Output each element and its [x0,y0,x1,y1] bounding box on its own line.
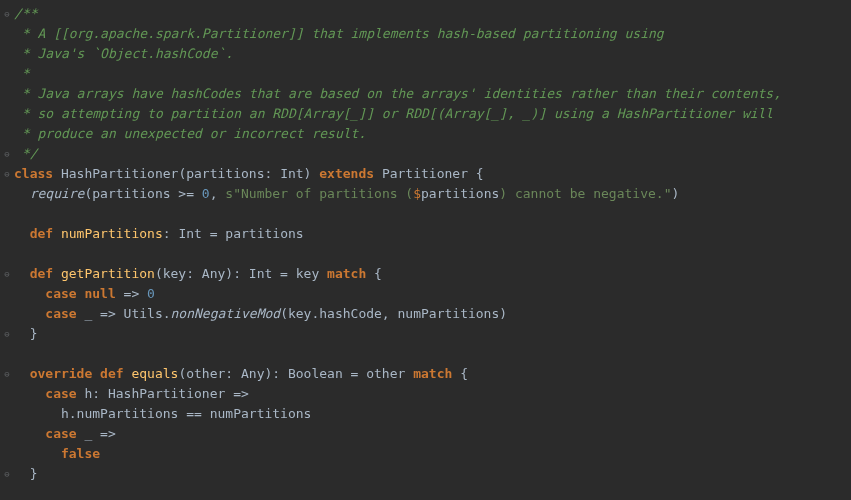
code-content[interactable]: def numPartitions: Int = partitions [14,224,851,244]
token-punct: (key: Any): [155,266,249,281]
code-editor[interactable]: ⊖/** * A [[org.apache.spark.Partitioner]… [0,4,851,500]
token-punct: { [374,266,382,281]
code-content[interactable]: * [14,64,851,84]
code-content[interactable]: */ [14,144,851,164]
token-static-call: require [30,186,85,201]
code-line[interactable] [0,204,851,224]
code-line[interactable]: false [0,444,851,464]
code-content[interactable]: case _ => [14,424,851,444]
gutter[interactable]: ⊖ [0,370,14,379]
gutter[interactable]: ⊖ [0,470,14,479]
token-punct: = partitions [202,226,304,241]
token-keyword: case [45,426,84,441]
code-line[interactable]: ⊖ override def equals(other: Any): Boole… [0,364,851,384]
code-content[interactable]: * Java's `Object.hashCode`. [14,44,851,64]
token-text [14,446,61,461]
code-content[interactable]: case _ => Utils.nonNegativeMod(key.hashC… [14,304,851,324]
code-line[interactable]: h.numPartitions == numPartitions [0,404,851,424]
token-punct: (key.hashCode, numPartitions) [280,306,507,321]
token-keyword: class [14,166,61,181]
token-method-def: getPartition [61,266,155,281]
fold-open-icon[interactable]: ⊖ [4,270,9,279]
token-keyword: match [413,366,460,381]
code-content[interactable]: * A [[org.apache.spark.Partitioner]] tha… [14,24,851,44]
code-content[interactable]: * so attempting to partition an RDD[Arra… [14,104,851,124]
token-text [14,306,45,321]
code-line[interactable]: * so attempting to partition an RDD[Arra… [0,104,851,124]
code-content[interactable]: } [14,464,851,484]
code-content[interactable]: false [14,444,851,464]
token-keyword: false [61,446,100,461]
token-punct: , [210,186,226,201]
code-line[interactable]: * produce an unexpected or incorrect res… [0,124,851,144]
gutter[interactable]: ⊖ [0,150,14,159]
token-string: ) cannot be negative." [499,186,671,201]
token-method-def: equals [131,366,178,381]
token-doc-comment: * A [[org.apache.spark.Partitioner]] tha… [14,26,664,41]
token-punct: h: HashPartitioner => [84,386,248,401]
code-line[interactable]: case h: HashPartitioner => [0,384,851,404]
code-content[interactable]: class HashPartitioner(partitions: Int) e… [14,164,851,184]
code-content[interactable]: case null => 0 [14,284,851,304]
token-keyword: override def [30,366,132,381]
fold-close-icon[interactable]: ⊖ [4,330,9,339]
token-keyword: extends [319,166,382,181]
token-doc-comment: * so attempting to partition an RDD[Arra… [14,106,773,121]
code-line[interactable]: def numPartitions: Int = partitions [0,224,851,244]
token-punct: (other: Any): Boolean = other [178,366,413,381]
token-punct: } [30,466,38,481]
code-line[interactable]: * A [[org.apache.spark.Partitioner]] tha… [0,24,851,44]
code-line[interactable]: * [0,64,851,84]
token-text [14,226,30,241]
token-type: Int [178,226,201,241]
token-classname: HashPartitioner [61,166,178,181]
code-line[interactable]: * Java arrays have hashCodes that are ba… [0,84,851,104]
code-line[interactable] [0,344,851,364]
token-text [14,386,45,401]
gutter[interactable]: ⊖ [0,270,14,279]
code-content[interactable]: /** [14,4,851,24]
code-line[interactable]: ⊖ } [0,464,851,484]
code-line[interactable]: * Java's `Object.hashCode`. [0,44,851,64]
token-text [14,466,30,481]
code-line[interactable]: case null => 0 [0,284,851,304]
token-doc-comment: */ [14,146,37,161]
code-line[interactable] [0,484,851,500]
code-content[interactable]: case h: HashPartitioner => [14,384,851,404]
code-content[interactable]: * Java arrays have hashCodes that are ba… [14,84,851,104]
code-content[interactable]: h.numPartitions == numPartitions [14,404,851,424]
code-line[interactable]: ⊖ def getPartition(key: Any): Int = key … [0,264,851,284]
token-punct: _ => [84,426,115,441]
token-text [14,366,30,381]
code-line[interactable]: require(partitions >= 0, s"Number of par… [0,184,851,204]
code-content[interactable]: } [14,324,851,344]
code-line[interactable]: ⊖ } [0,324,851,344]
gutter[interactable]: ⊖ [0,330,14,339]
token-number: 0 [202,186,210,201]
code-content[interactable]: override def equals(other: Any): Boolean… [14,364,851,384]
fold-open-icon[interactable]: ⊖ [4,170,9,179]
code-line[interactable]: ⊖ */ [0,144,851,164]
token-punct: { [460,366,468,381]
token-keyword: def [30,226,61,241]
token-text [14,326,30,341]
code-line[interactable]: ⊖class HashPartitioner(partitions: Int) … [0,164,851,184]
fold-open-icon[interactable]: ⊖ [4,370,9,379]
gutter[interactable]: ⊖ [0,170,14,179]
code-line[interactable]: case _ => Utils.nonNegativeMod(key.hashC… [0,304,851,324]
fold-close-icon[interactable]: ⊖ [4,150,9,159]
token-punct: (partitions: [178,166,280,181]
fold-close-icon[interactable]: ⊖ [4,470,9,479]
token-punct: : [163,226,179,241]
code-line[interactable] [0,244,851,264]
code-line[interactable]: case _ => [0,424,851,444]
token-punct: { [468,166,484,181]
token-text [14,426,45,441]
gutter[interactable]: ⊖ [0,10,14,19]
code-content[interactable]: * produce an unexpected or incorrect res… [14,124,851,144]
code-content[interactable]: def getPartition(key: Any): Int = key ma… [14,264,851,284]
code-line[interactable]: ⊖/** [0,4,851,24]
token-doc-comment: * [14,66,30,81]
code-content[interactable]: require(partitions >= 0, s"Number of par… [14,184,851,204]
fold-open-icon[interactable]: ⊖ [4,10,9,19]
